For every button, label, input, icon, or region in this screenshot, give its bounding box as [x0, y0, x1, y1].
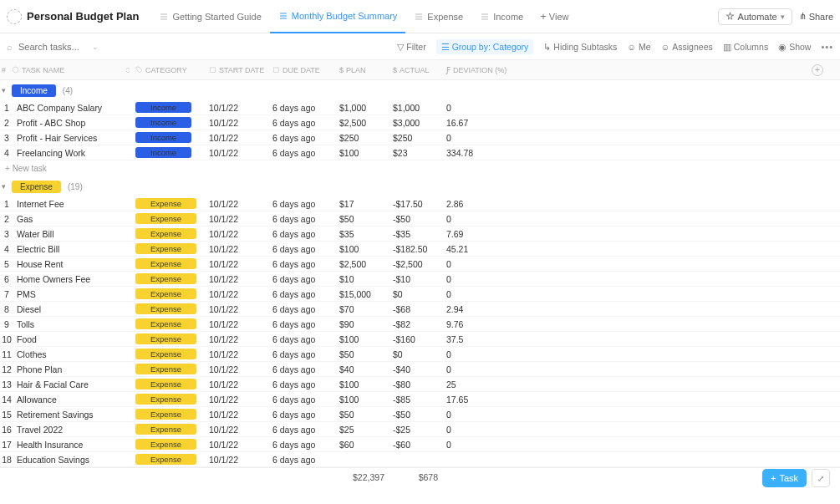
col-actual-header[interactable]: $ ACTUAL [393, 66, 446, 74]
deviation-cell[interactable]: 0 [446, 133, 520, 143]
start-date-cell[interactable]: 10/1/22 [209, 259, 272, 269]
due-date-cell[interactable]: 6 days ago [272, 455, 339, 465]
plan-cell[interactable]: $2,500 [339, 118, 393, 128]
table-row[interactable]: 1Internet FeeExpense10/1/226 days ago$17… [0, 196, 840, 211]
share-button[interactable]: ⋔ Share [799, 11, 833, 22]
category-cell[interactable]: Expense [135, 439, 209, 450]
due-date-cell[interactable]: 6 days ago [272, 379, 339, 389]
deviation-cell[interactable]: 0 [446, 425, 520, 435]
category-cell[interactable]: Expense [135, 228, 209, 239]
search-input[interactable] [7, 42, 99, 52]
task-name-cell[interactable]: ABC Company Salary [12, 103, 135, 113]
deviation-cell[interactable]: 0 [446, 289, 520, 299]
deviation-cell[interactable]: 37.5 [446, 334, 520, 344]
task-name-cell[interactable]: Health Insurance [12, 440, 135, 450]
tab-expense[interactable]: Expense [405, 0, 471, 33]
table-row[interactable]: 13Hair & Facial CareExpense10/1/226 days… [0, 377, 840, 392]
deviation-cell[interactable]: 16.67 [446, 118, 520, 128]
automate-button[interactable]: Automate ▾ [718, 8, 792, 25]
task-name-cell[interactable]: House Rent [12, 259, 135, 269]
col-start-header[interactable]: START DATE [209, 66, 272, 74]
task-name-cell[interactable]: Phone Plan [12, 364, 135, 374]
task-name-cell[interactable]: Tolls [12, 319, 135, 329]
due-date-cell[interactable]: 6 days ago [272, 410, 339, 420]
assignees-button[interactable]: ☺ Assignees [661, 42, 713, 52]
actual-cell[interactable]: -$82 [393, 319, 446, 329]
table-row[interactable]: 17Health InsuranceExpense10/1/226 days a… [0, 437, 840, 452]
table-row[interactable]: 7PMSExpense10/1/226 days ago$15,000$00 [0, 287, 840, 302]
due-date-cell[interactable]: 6 days ago [272, 304, 339, 314]
table-row[interactable]: 4Electric BillExpense10/1/226 days ago$1… [0, 242, 840, 257]
due-date-cell[interactable]: 6 days ago [272, 244, 339, 254]
actual-cell[interactable]: -$60 [393, 440, 446, 450]
actual-cell[interactable]: -$25 [393, 425, 446, 435]
due-date-cell[interactable]: 6 days ago [272, 334, 339, 344]
plan-cell[interactable]: $50 [339, 349, 393, 359]
table-row[interactable]: 3Profit - Hair ServicesIncome10/1/226 da… [0, 130, 840, 145]
task-name-cell[interactable]: Education Savings [12, 455, 135, 465]
sort-icon[interactable] [124, 66, 132, 74]
start-date-cell[interactable]: 10/1/22 [209, 379, 272, 389]
due-date-cell[interactable]: 6 days ago [272, 440, 339, 450]
category-cell[interactable]: Expense [135, 454, 209, 465]
table-row[interactable]: 3Water BillExpense10/1/226 days ago$35-$… [0, 227, 840, 242]
plan-cell[interactable]: $90 [339, 319, 393, 329]
category-cell[interactable]: Expense [135, 258, 209, 269]
start-date-cell[interactable]: 10/1/22 [209, 103, 272, 113]
deviation-cell[interactable]: 0 [446, 364, 520, 374]
plan-cell[interactable]: $250 [339, 133, 393, 143]
actual-cell[interactable]: -$40 [393, 364, 446, 374]
col-deviation-header[interactable]: ƒ DEVIATION (%) [446, 66, 520, 74]
actual-cell[interactable]: -$182.50 [393, 244, 446, 254]
col-plan-header[interactable]: $ PLAN [339, 66, 393, 74]
table-row[interactable]: 18Education SavingsExpense10/1/226 days … [0, 452, 840, 467]
plan-cell[interactable]: $100 [339, 244, 393, 254]
due-date-cell[interactable]: 6 days ago [272, 319, 339, 329]
category-cell[interactable]: Expense [135, 243, 209, 254]
category-cell[interactable]: Expense [135, 364, 209, 374]
plan-cell[interactable]: $50 [339, 410, 393, 420]
task-name-cell[interactable]: Water Bill [12, 229, 135, 239]
due-date-cell[interactable]: 6 days ago [272, 425, 339, 435]
col-category-header[interactable]: CATEGORY [135, 66, 209, 74]
expand-fab[interactable]: ⤢ [812, 469, 830, 486]
category-cell[interactable]: Income [135, 132, 209, 143]
group-header-income[interactable]: ▾Income(4) [0, 80, 840, 100]
due-date-cell[interactable]: 6 days ago [272, 395, 339, 405]
table-row[interactable]: 2GasExpense10/1/226 days ago$50-$500 [0, 211, 840, 227]
table-row[interactable]: 9TollsExpense10/1/226 days ago$90-$829.7… [0, 317, 840, 332]
actual-cell[interactable]: $23 [393, 148, 446, 158]
deviation-cell[interactable]: 0 [446, 410, 520, 420]
actual-cell[interactable]: $3,000 [393, 118, 446, 128]
deviation-cell[interactable]: 17.65 [446, 395, 520, 405]
actual-cell[interactable]: $0 [393, 349, 446, 359]
actual-cell[interactable]: $250 [393, 133, 446, 143]
plan-cell[interactable]: $40 [339, 364, 393, 374]
actual-cell[interactable]: -$2,500 [393, 259, 446, 269]
due-date-cell[interactable]: 6 days ago [272, 349, 339, 359]
deviation-cell[interactable]: 0 [446, 274, 520, 284]
category-cell[interactable]: Income [135, 147, 209, 158]
category-cell[interactable]: Expense [135, 333, 209, 344]
table-row[interactable]: 4Freelancing WorkIncome10/1/226 days ago… [0, 145, 840, 160]
due-date-cell[interactable]: 6 days ago [272, 118, 339, 128]
add-column-button[interactable]: + [812, 64, 823, 76]
table-row[interactable]: 2Profit - ABC ShopIncome10/1/226 days ag… [0, 115, 840, 130]
category-cell[interactable]: Expense [135, 349, 209, 359]
show-button[interactable]: ◉ Show [778, 42, 811, 52]
category-cell[interactable]: Expense [135, 424, 209, 435]
plan-cell[interactable]: $100 [339, 148, 393, 158]
task-name-cell[interactable]: Clothes [12, 349, 135, 359]
start-date-cell[interactable]: 10/1/22 [209, 214, 272, 224]
group-by-button[interactable]: ☰ Group by: Category [436, 39, 534, 54]
deviation-cell[interactable]: 0 [446, 214, 520, 224]
new-task-fab[interactable]: + Task [762, 469, 807, 486]
due-date-cell[interactable]: 6 days ago [272, 364, 339, 374]
actual-cell[interactable]: -$17.50 [393, 199, 446, 209]
category-cell[interactable]: Expense [135, 394, 209, 405]
plan-cell[interactable]: $70 [339, 304, 393, 314]
table-row[interactable]: 8DieselExpense10/1/226 days ago$70-$682.… [0, 302, 840, 317]
category-cell[interactable]: Expense [135, 409, 209, 420]
plan-cell[interactable]: $60 [339, 440, 393, 450]
deviation-cell[interactable]: 7.69 [446, 229, 520, 239]
